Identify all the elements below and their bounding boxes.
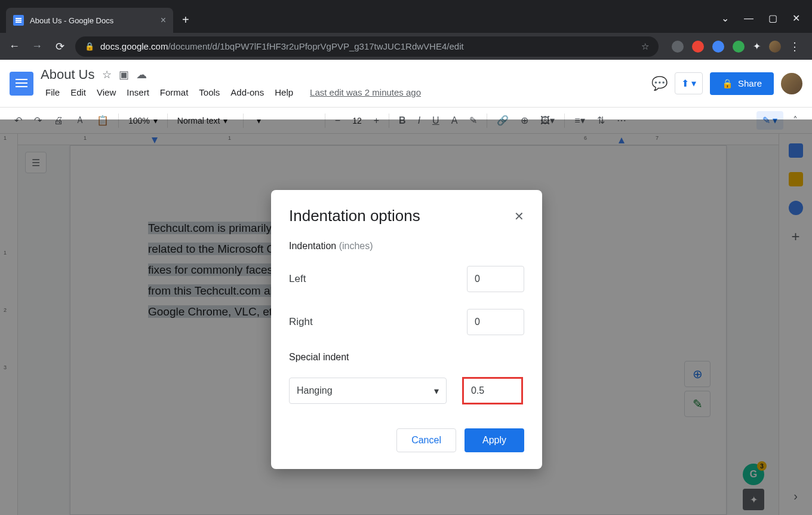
share-label: Share (738, 78, 762, 88)
menu-addons[interactable]: Add-ons (226, 85, 269, 100)
indentation-section-label: Indentation (inches) (289, 241, 524, 252)
special-indent-select[interactable]: Hanging ▾ (289, 378, 447, 404)
extensions-area: ✦ ⋮ (667, 40, 805, 53)
share-button[interactable]: 🔒 Share (710, 72, 774, 95)
right-indent-input[interactable] (467, 309, 524, 335)
reload-button[interactable]: ⟳ (53, 40, 67, 53)
document-title[interactable]: About Us (41, 67, 95, 82)
profile-avatar[interactable] (769, 41, 781, 53)
menu-help[interactable]: Help (270, 85, 298, 100)
url-domain: docs.google.com (100, 41, 168, 51)
browser-menu-icon[interactable]: ⋮ (789, 40, 800, 53)
back-button[interactable]: ← (7, 40, 21, 53)
star-icon[interactable]: ☆ (102, 68, 112, 81)
lock-icon: 🔒 (85, 42, 94, 51)
cancel-button[interactable]: Cancel (396, 428, 456, 452)
move-icon[interactable]: ▣ (119, 68, 129, 81)
right-indent-label: Right (289, 316, 313, 328)
tab-close-icon[interactable]: × (161, 15, 166, 26)
cloud-status-icon[interactable]: ☁ (136, 68, 147, 81)
minimize-icon[interactable]: — (744, 13, 753, 24)
new-tab-button[interactable]: + (182, 13, 189, 27)
browser-tab[interactable]: About Us - Google Docs × (6, 8, 173, 33)
left-indent-label: Left (289, 273, 306, 285)
tab-title: About Us - Google Docs (30, 16, 155, 25)
dialog-close-icon[interactable]: ✕ (514, 209, 524, 223)
extension-icon[interactable] (712, 41, 724, 53)
maximize-icon[interactable]: ▢ (768, 13, 777, 24)
menu-bar: File Edit View Insert Format Tools Add-o… (41, 85, 644, 100)
extensions-menu-icon[interactable]: ✦ (753, 41, 761, 52)
dialog-title: Indentation options (289, 207, 420, 225)
chevron-down-icon[interactable]: ⌄ (721, 13, 729, 24)
indentation-options-dialog: Indentation options ✕ Indentation (inche… (271, 190, 542, 469)
lock-icon: 🔒 (722, 78, 733, 89)
star-icon[interactable]: ☆ (641, 41, 649, 52)
address-bar[interactable]: 🔒 docs.google.com/document/d/1bqPW7lF1fH… (75, 36, 659, 57)
docs-app: About Us ☆ ▣ ☁ File Edit View Insert For… (0, 60, 812, 515)
dropdown-icon: ▾ (691, 78, 696, 89)
dropdown-icon: ▾ (434, 385, 439, 397)
browser-tab-strip: About Us - Google Docs × + ⌄ — ▢ ✕ (0, 0, 812, 33)
window-controls: ⌄ — ▢ ✕ (709, 13, 812, 33)
special-indent-value-input[interactable] (464, 379, 521, 403)
left-indent-input[interactable] (467, 266, 524, 292)
url-path: /document/d/1bqPW7lF1fHF3r2uPfoprVgPVP_g… (168, 41, 463, 51)
extension-icon[interactable] (733, 41, 745, 53)
menu-insert[interactable]: Insert (122, 85, 154, 100)
special-indent-label: Special indent (289, 352, 524, 363)
app-header: About Us ☆ ▣ ☁ File Edit View Insert For… (0, 60, 812, 108)
apply-button[interactable]: Apply (465, 428, 524, 452)
last-edit-link[interactable]: Last edit was 2 minutes ago (305, 85, 426, 100)
extension-icon[interactable] (692, 41, 704, 53)
present-icon: ⬆ (681, 78, 689, 89)
docs-favicon (13, 15, 24, 26)
browser-toolbar: ← → ⟳ 🔒 docs.google.com/document/d/1bqPW… (0, 33, 812, 60)
highlighted-field (462, 377, 523, 404)
extension-icon[interactable] (672, 41, 684, 53)
menu-edit[interactable]: Edit (66, 85, 91, 100)
forward-button[interactable]: → (30, 40, 44, 53)
present-button[interactable]: ⬆▾ (675, 72, 703, 94)
menu-tools[interactable]: Tools (194, 85, 224, 100)
menu-format[interactable]: Format (155, 85, 193, 100)
account-avatar[interactable] (781, 73, 802, 94)
comments-icon[interactable]: 💬 (651, 76, 668, 91)
close-window-icon[interactable]: ✕ (792, 13, 800, 24)
menu-view[interactable]: View (92, 85, 121, 100)
menu-file[interactable]: File (41, 85, 64, 100)
docs-logo-icon[interactable] (10, 72, 33, 96)
